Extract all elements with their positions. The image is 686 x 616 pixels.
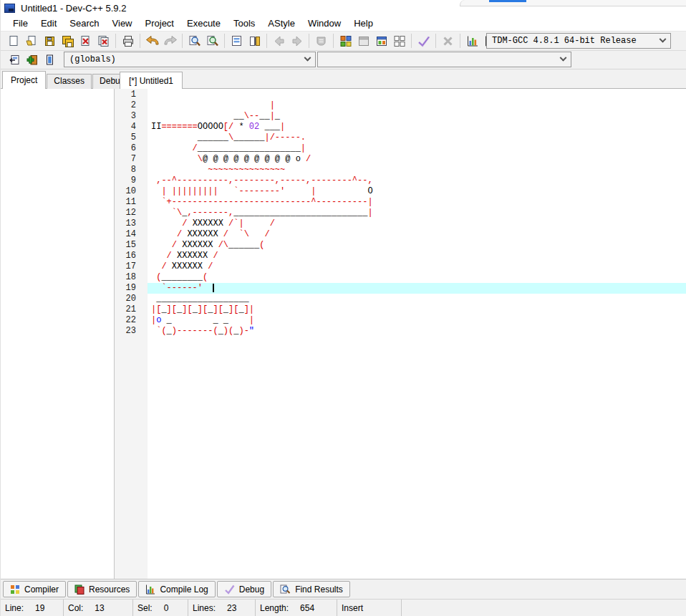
print-button[interactable] <box>119 32 137 49</box>
run-button[interactable] <box>354 32 372 49</box>
goto-function-button[interactable] <box>228 32 246 49</box>
line-number[interactable]: 1 <box>115 90 136 100</box>
line-number[interactable]: 4 <box>115 122 136 133</box>
tab-debug[interactable]: Debug <box>217 581 271 597</box>
abort-button[interactable] <box>439 32 457 49</box>
background-window[interactable] <box>460 0 686 6</box>
line-number[interactable]: 3 <box>115 111 136 122</box>
editor-line-13[interactable]: / XXXXXX /`| / <box>148 218 686 229</box>
line-number[interactable]: 6 <box>115 143 136 154</box>
editor-line-7[interactable]: \@ @ @ @ @ @ @ @ @ o / <box>148 154 686 165</box>
editor-line-5[interactable]: ______\______|/-----. <box>148 133 686 143</box>
line-number[interactable]: 10 <box>115 186 136 197</box>
menu-help[interactable]: Help <box>347 16 380 30</box>
code-editor[interactable]: 1234567891011121314151617181920212223 | … <box>115 89 686 579</box>
menu-execute[interactable]: Execute <box>180 16 227 30</box>
find-button[interactable] <box>185 32 203 49</box>
syntax-check-button[interactable] <box>415 32 433 49</box>
find-in-files-button[interactable] <box>203 32 221 49</box>
line-number[interactable]: 16 <box>115 251 136 261</box>
editor-line-23[interactable]: `(_)-------(_)(_)-" <box>148 326 686 337</box>
new-unit-button[interactable] <box>5 52 23 69</box>
tab-project[interactable]: Project <box>2 71 46 89</box>
tab-compile-log[interactable]: Compile Log <box>138 581 215 597</box>
rebuild-all-button[interactable] <box>390 32 408 49</box>
line-number[interactable]: 11 <box>115 197 136 208</box>
editor-line-4[interactable]: II=======OOOOO[/ * 02 ___| <box>148 122 686 133</box>
editor-line-16[interactable]: / XXXXXX / <box>148 251 686 261</box>
line-number[interactable]: 2 <box>115 100 136 111</box>
member-select[interactable] <box>317 52 571 67</box>
save-all-button[interactable] <box>59 32 77 49</box>
open-file-button[interactable] <box>23 32 41 49</box>
editor-line-11[interactable]: `+---------------------------^----------… <box>148 197 686 208</box>
line-number[interactable]: 23 <box>115 326 136 337</box>
forward-button[interactable] <box>288 32 306 49</box>
menu-window[interactable]: Window <box>301 16 347 30</box>
new-file-button[interactable] <box>5 32 23 49</box>
tab-classes[interactable]: Classes <box>47 74 92 89</box>
close-file-button[interactable] <box>77 32 95 49</box>
line-number[interactable]: 18 <box>115 272 136 283</box>
remove-from-project-button[interactable] <box>41 52 59 69</box>
editor-line-3[interactable]: __\--__|_ <box>148 111 686 122</box>
close-all-button[interactable] <box>95 32 112 49</box>
editor-line-18[interactable]: (________( <box>148 272 686 283</box>
menu-file[interactable]: File <box>6 16 34 30</box>
line-number[interactable]: 9 <box>115 175 136 186</box>
back-button[interactable] <box>270 32 288 49</box>
editor-line-10[interactable]: | ||||||||| `--------' | O <box>148 186 686 197</box>
editor-line-21[interactable]: |[_][_][_][_][_][_]| <box>148 304 686 315</box>
compile-and-run-button[interactable] <box>372 32 390 49</box>
editor-line-1[interactable] <box>148 90 686 100</box>
tab-compiler[interactable]: Compiler <box>3 581 66 597</box>
line-number[interactable]: 21 <box>115 304 136 315</box>
line-number[interactable]: 13 <box>115 218 136 229</box>
editor-line-12[interactable]: `\_,-------,__________________________| <box>148 208 686 218</box>
editor-line-14[interactable]: / XXXXXX / `\ / <box>148 229 686 240</box>
editor-line-22[interactable]: |o _ _ _ | <box>148 315 686 326</box>
stop-button[interactable] <box>312 32 330 49</box>
tab-resources[interactable]: Resources <box>67 581 137 597</box>
line-number[interactable]: 17 <box>115 261 136 272</box>
undo-button[interactable] <box>143 32 161 49</box>
editor-line-15[interactable]: / XXXXXX /\______( <box>148 240 686 251</box>
swap-header-source-button[interactable] <box>246 32 264 49</box>
project-panel[interactable] <box>1 89 115 579</box>
compiler-profile-select[interactable]: TDM-GCC 4.8.1 64-bit Release <box>486 33 671 49</box>
editor-line-8[interactable]: ~~~~~~~~~~~~~~~ <box>148 165 686 175</box>
line-number[interactable]: 5 <box>115 133 136 143</box>
line-number[interactable]: 12 <box>115 208 136 218</box>
line-number[interactable]: 8 <box>115 165 136 175</box>
line-number[interactable]: 14 <box>115 229 136 240</box>
editor-lines[interactable]: | __\--__|_II=======OOOOO[/ * 02 ___| __… <box>148 89 686 579</box>
editor-line-19[interactable]: `------' <box>148 283 686 294</box>
editor-line-9[interactable]: ,--^----------,--------,-----,--------^-… <box>148 175 686 186</box>
line-number[interactable]: 19 <box>115 283 136 294</box>
line-number[interactable]: 22 <box>115 315 136 326</box>
editor-tab-untitled1[interactable]: [*] Untitled1 <box>120 72 183 89</box>
tab-find-results[interactable]: Find Results <box>273 581 350 597</box>
editor-line-20[interactable]: __________________ <box>148 294 686 304</box>
menu-edit[interactable]: Edit <box>34 16 63 30</box>
menu-search[interactable]: Search <box>63 16 105 30</box>
find-icon <box>188 35 201 47</box>
line-number[interactable]: 20 <box>115 294 136 304</box>
gutter[interactable]: 1234567891011121314151617181920212223 <box>115 89 148 579</box>
redo-button[interactable] <box>161 32 179 49</box>
editor-line-6[interactable]: /____________________| <box>148 143 686 154</box>
compile-button[interactable] <box>337 32 354 49</box>
line-number[interactable]: 7 <box>115 154 136 165</box>
editor-line-2[interactable]: | <box>148 100 686 111</box>
add-to-project-button[interactable] <box>23 52 41 69</box>
menu-project[interactable]: Project <box>139 16 180 30</box>
menu-tools[interactable]: Tools <box>227 16 261 30</box>
profile-button[interactable] <box>463 32 481 49</box>
main-area: 1234567891011121314151617181920212223 | … <box>1 89 686 579</box>
editor-line-17[interactable]: / XXXXXX / <box>148 261 686 272</box>
save-button[interactable] <box>41 32 59 49</box>
line-number[interactable]: 15 <box>115 240 136 251</box>
menu-astyle[interactable]: AStyle <box>261 16 301 30</box>
scope-select[interactable]: (globals) <box>64 52 316 67</box>
menu-view[interactable]: View <box>106 16 139 30</box>
